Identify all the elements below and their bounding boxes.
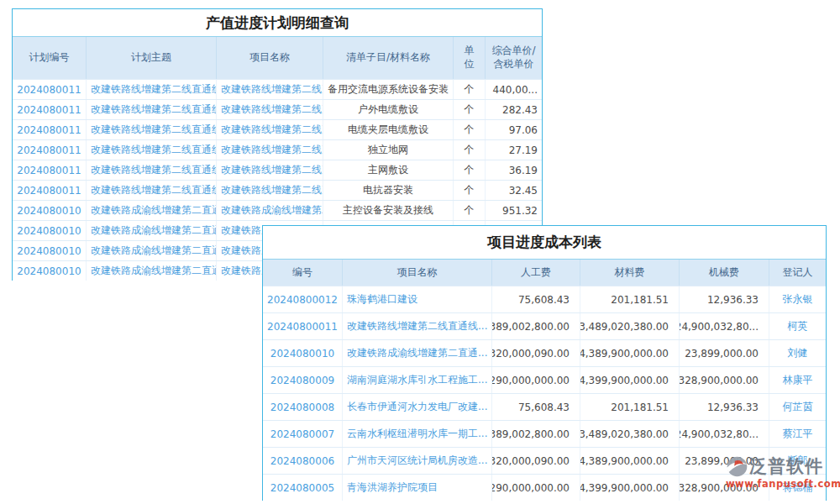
table-row[interactable]: 2024080011改建铁路线增建第二线直通线改建铁路线增建第二线直通线主网敷设…	[13, 160, 542, 180]
cell-unit: 个	[454, 181, 486, 200]
cell-project[interactable]: 改建铁路线增建第二线直通线	[217, 80, 323, 99]
cell-machine: 23,899,000.00	[680, 340, 769, 366]
table2-header-row: 编号项目名称人工费材料费机械费登记人	[263, 260, 826, 286]
cell-registrant[interactable]: 林康平	[769, 367, 826, 393]
cell-labor: 389,002,800.00	[492, 421, 580, 447]
cell-subject[interactable]: 改建铁路线增建第二线直通线	[87, 80, 217, 99]
column-header-registrant: 登记人	[769, 260, 826, 286]
cell-project[interactable]: 改建铁路线增建第二线直通线...	[343, 313, 492, 339]
cell-machine: 12,936.33	[680, 286, 769, 312]
cell-machine: 328,900,000.00	[680, 475, 769, 501]
cell-project[interactable]: 改建铁路线增建第二线直通线	[217, 120, 323, 139]
cell-material: 4,399,900,000.00	[580, 475, 680, 501]
cell-id[interactable]: 2024080010	[13, 241, 87, 260]
cell-unit: 个	[454, 201, 486, 220]
cell-subject[interactable]: 改建铁路成渝线增建第二直通线	[87, 221, 217, 240]
cell-registrant[interactable]: 何芷茵	[769, 394, 826, 420]
cell-project[interactable]: 改建铁路成渝线增建第二直通线	[217, 201, 323, 220]
table-row[interactable]: 2024080007云南水利枢纽潜明水库一期工...389,002,800.00…	[263, 420, 826, 447]
cell-unit: 个	[454, 140, 486, 160]
cell-item: 电缆夹层电缆敷设	[323, 120, 454, 139]
cell-material: 201,181.51	[580, 394, 680, 420]
cell-id[interactable]: 2024080007	[263, 421, 343, 447]
table-row[interactable]: 2024080005青海洪湖养护院项目4,290,000,000.004,399…	[263, 474, 826, 501]
table-row[interactable]: 2024080011改建铁路线增建第二线直通线改建铁路线增建第二线直通线电缆夹层…	[13, 119, 542, 139]
cell-price: 440,00...	[486, 80, 542, 99]
cell-labor: 320,000,090.00	[492, 340, 580, 366]
cell-item: 备用交流电源系统设备安装	[323, 80, 454, 99]
cell-registrant[interactable]: 柯英	[769, 313, 826, 339]
cell-id[interactable]: 2024080011	[13, 160, 87, 180]
cell-project[interactable]: 改建铁路线增建第二线直通线	[217, 181, 323, 200]
column-header-price: 综合单价/含税单价	[486, 37, 542, 79]
cell-material: 3,489,020,380.00	[580, 421, 680, 447]
cell-machine: 328,900,000.00	[680, 367, 769, 393]
cell-registrant[interactable]: 蒋德楠	[769, 475, 826, 501]
cell-registrant[interactable]: 蔡江平	[769, 421, 826, 447]
table-row[interactable]: 2024080011改建铁路线增建第二线直通线改建铁路线增建第二线直通线户外电缆…	[13, 99, 542, 119]
cell-id[interactable]: 2024080010	[13, 201, 87, 220]
cell-id[interactable]: 2024080010	[13, 221, 87, 240]
table1-header-row: 计划编号计划主题项目名称清单子目/材料名称单位综合单价/含税单价	[13, 37, 542, 79]
cell-id[interactable]: 2024080011	[13, 80, 87, 99]
cell-subject[interactable]: 改建铁路线增建第二线直通线	[87, 160, 217, 180]
cell-subject[interactable]: 改建铁路线增建第二线直通线	[87, 120, 217, 139]
cell-project[interactable]: 青海洪湖养护院项目	[343, 475, 492, 501]
table-row[interactable]: 2024080010改建铁路成渝线增建第二直通...320,000,090.00…	[263, 339, 826, 366]
table-row[interactable]: 2024080009湖南洞庭湖水库引水工程施工...4,290,000,000.…	[263, 366, 826, 393]
cell-price: 36.19	[486, 160, 542, 180]
cell-project[interactable]: 改建铁路线增建第二线直通线	[217, 140, 323, 160]
cell-id[interactable]: 2024080009	[263, 367, 343, 393]
table-row[interactable]: 2024080008长春市伊通河水力发电厂改建...75,608.43201,1…	[263, 393, 826, 420]
cell-id[interactable]: 2024080011	[13, 120, 87, 139]
column-header-id: 计划编号	[13, 37, 87, 79]
cell-id[interactable]: 2024080011	[13, 181, 87, 200]
cell-material: 4,399,900,000.00	[580, 367, 680, 393]
cell-id[interactable]: 20240800011	[263, 313, 343, 339]
cell-registrant[interactable]: 断郎	[769, 448, 826, 474]
cell-project[interactable]: 湖南洞庭湖水库引水工程施工...	[343, 367, 492, 393]
cell-material: 201,181.51	[580, 286, 680, 312]
cell-project[interactable]: 珠海鹤港口建设	[343, 286, 492, 312]
cell-id[interactable]: 2024080006	[263, 448, 343, 474]
cell-labor: 75,608.43	[492, 394, 580, 420]
cell-unit: 个	[454, 160, 486, 180]
cell-registrant[interactable]: 张永银	[769, 286, 826, 312]
cell-project[interactable]: 云南水利枢纽潜明水库一期工...	[343, 421, 492, 447]
cell-subject[interactable]: 改建铁路成渝线增建第二直通线	[87, 241, 217, 260]
cell-id[interactable]: 2024080008	[263, 394, 343, 420]
table-row[interactable]: 2024080011改建铁路线增建第二线直通线改建铁路线增建第二线直通线独立地网…	[13, 139, 542, 160]
cell-id[interactable]: 2024080005	[263, 475, 343, 501]
table2-title: 项目进度成本列表	[263, 226, 826, 260]
table-row[interactable]: 2024080011改建铁路线增建第二线直通线改建铁路线增建第二线直通线电抗器安…	[13, 180, 542, 200]
cell-id[interactable]: 2024080011	[13, 140, 87, 160]
cell-id[interactable]: 2024080010	[263, 340, 343, 366]
column-header-id: 编号	[263, 260, 343, 286]
column-header-item: 清单子目/材料名称	[323, 37, 454, 79]
cell-subject[interactable]: 改建铁路线增建第二线直通线	[87, 140, 217, 160]
cell-unit: 个	[454, 120, 486, 139]
cell-price: 27.19	[486, 140, 542, 160]
cell-subject[interactable]: 改建铁路线增建第二线直通线	[87, 181, 217, 200]
cell-material: 4,389,900,000.00	[580, 448, 680, 474]
table-row[interactable]: 20240800012珠海鹤港口建设75,608.43201,181.5112,…	[263, 286, 826, 312]
cell-machine: 24,900,032,80...	[680, 421, 769, 447]
cell-project[interactable]: 长春市伊通河水力发电厂改建...	[343, 394, 492, 420]
table-row[interactable]: 20240800011改建铁路线增建第二线直通线...389,002,800.0…	[263, 312, 826, 339]
cell-id[interactable]: 2024080010	[13, 261, 87, 281]
cell-project[interactable]: 改建铁路成渝线增建第二直通...	[343, 340, 492, 366]
cell-subject[interactable]: 改建铁路成渝线增建第二直通线	[87, 201, 217, 220]
cell-project[interactable]: 改建铁路线增建第二线直通线	[217, 100, 323, 119]
column-header-project: 项目名称	[343, 260, 492, 286]
cell-subject[interactable]: 改建铁路线增建第二线直通线	[87, 100, 217, 119]
cell-project[interactable]: 改建铁路线增建第二线直通线	[217, 160, 323, 180]
cell-id[interactable]: 20240800012	[263, 286, 343, 312]
cell-subject[interactable]: 改建铁路成渝线增建第二直通线	[87, 261, 217, 281]
cell-project[interactable]: 广州市天河区统计局机房改造...	[343, 448, 492, 474]
cell-id[interactable]: 2024080011	[13, 100, 87, 119]
cell-registrant[interactable]: 刘健	[769, 340, 826, 366]
table-row[interactable]: 2024080011改建铁路线增建第二线直通线改建铁路线增建第二线直通线备用交流…	[13, 79, 542, 99]
cell-item: 电抗器安装	[323, 181, 454, 200]
table-row[interactable]: 2024080006广州市天河区统计局机房改造...320,000,090.00…	[263, 447, 826, 474]
table-row[interactable]: 2024080010改建铁路成渝线增建第二直通线改建铁路成渝线增建第二直通线主控…	[13, 200, 542, 220]
